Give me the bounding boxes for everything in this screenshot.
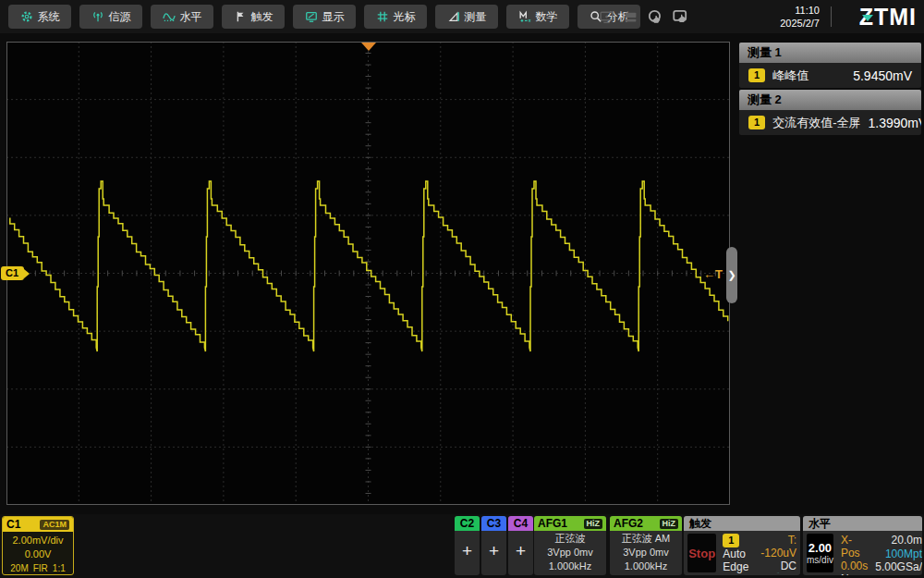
measurement-title: 测量 1 — [739, 43, 921, 63]
top-menu-bar: 系统 信源 水平 触发 — [0, 0, 924, 33]
horizontal-panel[interactable]: 水平 2.00 ms/div X-Pos 0.00s Norm 20.0ms 1… — [803, 516, 922, 575]
channel1-coupling-badge: AC1M — [40, 520, 69, 530]
afg1-waveform: 正弦波 — [534, 532, 606, 546]
afg1-amplitude: 3Vpp 0mv — [534, 546, 606, 560]
menu-math[interactable]: 数学 — [506, 5, 569, 29]
cursor-grid-icon — [376, 10, 389, 23]
afg1-box[interactable]: AFG1 HiZ 正弦波 3Vpp 0mv 1.000kHz — [534, 516, 606, 575]
measurement-card-1: 测量 1 1 峰峰值 5.9450mV — [739, 43, 921, 88]
menu-label: 系统 — [38, 9, 60, 25]
measurement-row[interactable]: 1 交流有效值-全屏 1.3990mV — [739, 110, 921, 135]
sample-mode: Norm — [841, 572, 868, 575]
sample-rate: 5.00GSa/s — [875, 560, 922, 573]
channel1-level-marker[interactable]: C1 — [1, 266, 24, 280]
status-tray — [599, 0, 688, 33]
memory-depth: 100Mpts — [875, 547, 922, 560]
channel2-add-button[interactable]: + — [455, 531, 480, 572]
channel4-name: C4 — [508, 516, 533, 531]
trigger-coupling: DC — [781, 560, 796, 572]
measurement-label: 交流有效值-全屏 — [772, 115, 860, 131]
channel4-add-button[interactable]: + — [508, 531, 533, 572]
measurement-title: 测量 2 — [739, 90, 921, 110]
menu-measure[interactable]: 测量 — [435, 5, 498, 29]
menu-horizontal[interactable]: 水平 — [151, 5, 213, 29]
menu-label: 信源 — [109, 9, 131, 25]
afg2-waveform: 正弦波 AM — [610, 532, 682, 546]
channel1-bandwidth: 20M — [10, 561, 28, 575]
menu-display[interactable]: 显示 — [293, 5, 356, 29]
rising-edge-icon — [760, 572, 796, 573]
menu-cursor[interactable]: 光标 — [364, 5, 427, 29]
menu-label: 水平 — [180, 9, 202, 25]
menu-trigger[interactable]: 触发 — [222, 5, 285, 29]
afg2-name: AFG2 — [614, 517, 643, 530]
menu-label: 光标 — [394, 9, 416, 25]
flag-icon — [234, 10, 247, 23]
measurement-value: 5.9450mV — [853, 68, 912, 83]
keyboard-icon[interactable] — [623, 9, 638, 25]
horizontal-panel-title: 水平 — [803, 516, 922, 531]
trigger-level-marker[interactable]: ←T — [703, 267, 723, 281]
channel4-box[interactable]: C4 + — [508, 516, 533, 575]
time-window: 20.0ms — [875, 534, 922, 547]
bottom-status-bar: C1 AC1M 2.00mV/div 0.00V 20M FIR 1:1 C2 … — [0, 514, 924, 578]
channel1-probe: 1:1 — [53, 561, 66, 575]
trigger-mode: Auto — [723, 547, 748, 560]
touch-circle-icon[interactable] — [647, 8, 663, 25]
xpos-label: X-Pos — [841, 534, 868, 560]
acquisition-state-button[interactable]: Stop — [687, 534, 716, 572]
tray-divider — [831, 6, 832, 27]
ruler-triangle-icon — [447, 10, 460, 23]
oscilloscope-screen: 系统 信源 水平 触发 — [0, 0, 924, 578]
channel1-waveform — [6, 42, 730, 505]
measurement-card-2: 测量 2 1 交流有效值-全屏 1.3990mV — [739, 90, 921, 135]
menu-label: 触发 — [251, 9, 274, 25]
afg1-impedance-badge: HiZ — [584, 519, 603, 529]
measurement-row[interactable]: 1 峰峰值 5.9450mV — [739, 63, 921, 88]
gear-icon — [20, 10, 33, 23]
trigger-level: T: -120uV — [755, 534, 796, 560]
trigger-source-badge: 1 — [723, 534, 739, 547]
measurement-value: 1.3990mV — [868, 116, 921, 130]
channel3-box[interactable]: C3 + — [481, 516, 506, 575]
afg1-name: AFG1 — [538, 517, 567, 530]
menu-label: 显示 — [322, 9, 345, 25]
screen-cast-icon[interactable] — [599, 9, 614, 25]
trigger-position-marker[interactable] — [361, 43, 376, 51]
measurement-label: 峰峰值 — [772, 68, 808, 84]
display-icon — [305, 10, 318, 23]
menu-source[interactable]: 信源 — [79, 5, 142, 29]
channel1-offset: 0.00V — [3, 547, 73, 561]
afg2-box[interactable]: AFG2 HiZ 正弦波 AM 3Vpp 0mv 1.000kHz — [610, 516, 682, 575]
timebase-value: 2.00 — [808, 541, 832, 555]
timebase-scale-button[interactable]: 2.00 ms/div — [807, 534, 833, 572]
clock: 11:10 2025/2/7 — [744, 4, 820, 30]
trigger-panel[interactable]: 触发 Stop 1 Auto Edge T: -120uV DC — [684, 516, 800, 575]
afg2-frequency: 1.000kHz — [610, 560, 682, 573]
channel1-scale: 2.00mV/div — [3, 534, 73, 547]
trigger-type: Edge — [723, 560, 748, 573]
source-badge: 1 — [748, 116, 765, 129]
brand-logo: ZTMI — [835, 3, 917, 31]
xpos-value: 0.00s — [841, 560, 868, 572]
menu-label: 测量 — [465, 9, 487, 25]
channel2-name: C2 — [455, 516, 480, 531]
antenna-icon — [91, 10, 104, 23]
logo-triangle-icon — [862, 15, 873, 21]
channel1-name: C1 — [6, 518, 20, 531]
channel2-box[interactable]: C2 + — [455, 516, 480, 575]
channel1-box[interactable]: C1 AC1M 2.00mV/div 0.00V 20M FIR 1:1 — [2, 516, 74, 575]
touch-gesture-icon[interactable] — [672, 8, 688, 25]
afg2-amplitude: 3Vpp 0mv — [610, 546, 682, 560]
menu-label: 数学 — [536, 9, 558, 25]
waveform-display[interactable] — [6, 42, 730, 505]
trigger-panel-title: 触发 — [684, 516, 800, 531]
channel3-name: C3 — [481, 516, 506, 531]
math-icon — [518, 10, 531, 23]
menu-system[interactable]: 系统 — [8, 5, 71, 29]
panel-collapse-handle[interactable]: ❯ — [726, 247, 737, 303]
timebase-unit: ms/div — [807, 555, 833, 565]
channel3-add-button[interactable]: + — [481, 531, 506, 572]
wave-icon — [163, 10, 176, 23]
channel1-filter: FIR — [33, 561, 48, 575]
